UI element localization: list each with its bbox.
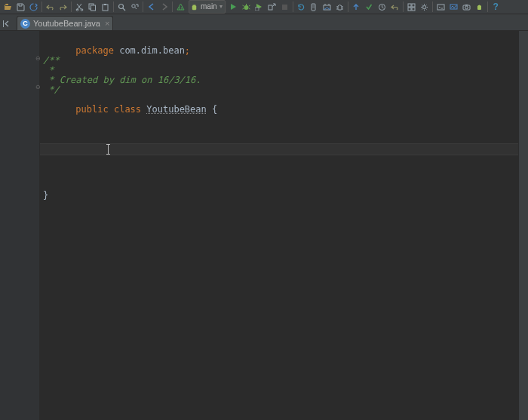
capture-icon[interactable] [460, 1, 473, 14]
forward-icon[interactable] [158, 1, 170, 14]
vcs-revert-icon[interactable] [388, 1, 401, 14]
svg-rect-21 [437, 5, 444, 10]
undo-icon[interactable] [44, 1, 57, 14]
hide-tool-window-icon[interactable] [0, 17, 11, 30]
svg-rect-4 [103, 5, 108, 11]
debug-icon[interactable] [240, 1, 253, 14]
toolbar-separator [172, 2, 173, 12]
svg-rect-16 [408, 4, 411, 7]
help-icon[interactable]: ? [490, 1, 502, 14]
copy-icon[interactable] [86, 1, 99, 14]
paste-icon[interactable] [99, 1, 112, 14]
svg-rect-19 [412, 8, 415, 11]
make-project-icon[interactable] [174, 1, 187, 14]
editor-area: ⊖ ⊖ package com.dim.bean; /** * * Create… [0, 31, 528, 420]
chevron-down-icon: ▾ [219, 2, 223, 12]
toolbar-separator [143, 2, 143, 12]
svg-point-1 [81, 8, 83, 11]
sync-gradle-icon[interactable] [295, 1, 308, 14]
tab-filename: YoutubeBean.java [33, 19, 100, 28]
class-file-icon: C [20, 19, 30, 29]
redo-icon[interactable] [57, 1, 69, 14]
toolbar-separator [113, 2, 114, 12]
avd-manager-icon[interactable] [308, 1, 321, 14]
toolbar-separator [432, 2, 433, 12]
vcs-commit-icon[interactable] [363, 1, 376, 14]
editor-tab-bar: C YoutubeBean.java × [0, 14, 528, 31]
class-name: YoutubeBean [146, 104, 206, 115]
svg-point-8 [244, 5, 248, 10]
android-monitor-icon[interactable] [447, 1, 460, 14]
svg-rect-26 [3, 20, 4, 27]
svg-rect-10 [269, 5, 272, 10]
find-icon[interactable] [115, 1, 128, 14]
stop-icon[interactable] [278, 1, 291, 14]
sync-icon[interactable] [27, 1, 40, 14]
toolbar-separator [293, 2, 293, 12]
code-editor[interactable]: package com.dim.bean; /** * * Created by… [40, 31, 518, 420]
sdk-manager-icon[interactable] [321, 1, 333, 14]
text-caret [108, 144, 109, 155]
keyword-public-class: public class [75, 104, 146, 115]
editor-gutter[interactable]: ⊖ ⊖ [0, 31, 40, 420]
android-device-icon[interactable] [473, 1, 486, 14]
javadoc-line: * Created by dim on 16/3/16. [43, 75, 201, 85]
svg-rect-9 [255, 8, 259, 11]
save-all-icon[interactable] [14, 1, 27, 14]
toolbar-separator [71, 2, 72, 12]
svg-rect-5 [104, 4, 106, 5]
main-toolbar: main ▾ [0, 0, 528, 14]
run-with-coverage-icon[interactable] [253, 1, 266, 14]
run-config-label: main [201, 2, 217, 12]
editor-tab-active[interactable]: C YoutubeBean.java × [17, 16, 113, 30]
ddms-icon[interactable] [333, 1, 346, 14]
attach-debugger-icon[interactable] [266, 1, 278, 14]
back-icon[interactable] [145, 1, 158, 14]
open-file-icon[interactable] [2, 1, 14, 14]
svg-point-24 [465, 6, 468, 9]
project-structure-icon[interactable] [405, 1, 418, 14]
svg-rect-25 [465, 5, 468, 6]
svg-point-7 [132, 4, 135, 7]
svg-rect-11 [282, 5, 287, 10]
vcs-history-icon[interactable] [376, 1, 388, 14]
javadoc-line: */ [43, 85, 60, 95]
keyword-package: package [75, 45, 114, 56]
svg-rect-3 [91, 5, 96, 11]
toolbar-separator [487, 2, 488, 12]
android-icon [190, 3, 198, 11]
current-line-highlight [40, 143, 518, 155]
editor-marker-strip[interactable] [518, 31, 528, 420]
closing-brace: } [43, 191, 48, 201]
run-config-selector[interactable]: main ▾ [189, 0, 226, 14]
svg-rect-17 [412, 4, 415, 7]
replace-icon[interactable] [128, 1, 141, 14]
toolbar-separator [41, 2, 42, 12]
svg-rect-13 [312, 5, 315, 8]
toolbar-separator [348, 2, 348, 12]
run-icon[interactable] [227, 1, 240, 14]
settings-icon[interactable] [418, 1, 431, 14]
svg-rect-18 [408, 8, 411, 11]
svg-point-6 [119, 4, 124, 8]
vcs-update-icon[interactable] [350, 1, 363, 14]
svg-point-20 [422, 5, 425, 8]
cut-icon[interactable] [73, 1, 86, 14]
close-tab-icon[interactable]: × [105, 19, 109, 28]
gradle-console-icon[interactable] [434, 1, 447, 14]
toolbar-separator [403, 2, 404, 12]
